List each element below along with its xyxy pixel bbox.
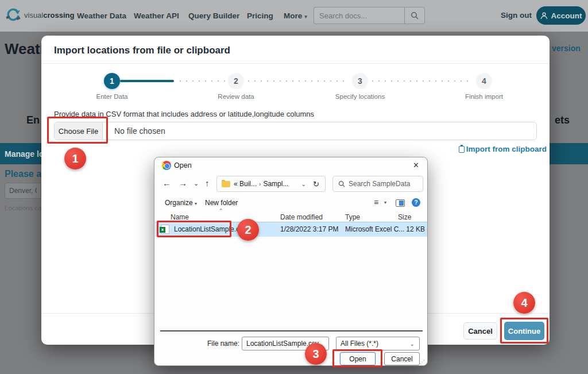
location-input[interactable] (5, 183, 41, 199)
no-file-chosen-text: No file chosen (114, 126, 165, 136)
section-heading-fragment-right: ets (555, 114, 570, 126)
manage-locations-bar: Manage lo (0, 143, 41, 164)
file-type-combobox[interactable]: All Files (*.*) ⌄ (336, 337, 420, 350)
dialog-search (332, 176, 423, 192)
visualcrossing-logo-icon (6, 7, 21, 22)
manage-locations-label: Manage lo (0, 149, 44, 159)
breadcrumb-current[interactable]: Sampl... (263, 180, 288, 188)
section-heading-fragment-left: En (26, 114, 40, 126)
please-add-fragment: Please ad (5, 169, 47, 179)
dialog-search-input[interactable] (349, 180, 417, 188)
stepper-dotted-line-2 (248, 80, 349, 82)
file-type-cell: Microsoft Excel C... (345, 225, 404, 233)
logo[interactable]: visualcrossing (6, 7, 74, 22)
clipboard-icon (459, 146, 465, 153)
up-icon[interactable]: ↑ (205, 178, 210, 188)
column-header-size[interactable]: Size (398, 213, 411, 221)
folder-icon (222, 181, 230, 187)
nav-query-builder[interactable]: Query Builder (188, 11, 239, 20)
column-header-date[interactable]: Date modified (280, 213, 323, 221)
file-list-row[interactable]: LocationListSample.csv 1/28/2022 3:17 PM… (155, 222, 427, 237)
organize-menu[interactable]: Organize ▾ (165, 199, 197, 207)
modal-continue-button[interactable]: Continue (504, 322, 544, 340)
docs-search-button[interactable] (404, 7, 425, 24)
chevron-down-icon: ▾ (304, 14, 307, 20)
address-bar[interactable]: « Buil... › Sampl... ⌄ ↻ (216, 176, 326, 192)
step-1-label: Enter Data (78, 93, 146, 100)
file-date-cell: 1/28/2022 3:17 PM (280, 225, 338, 233)
choose-file-button[interactable]: Choose File (55, 122, 103, 140)
breadcrumb-parent[interactable]: « Buil... (234, 180, 257, 188)
top-navbar: visualcrossing Weather Data Weather API … (0, 0, 588, 32)
sign-out-link[interactable]: Sign out (501, 11, 532, 20)
import-from-clipboard-link[interactable]: Import from clipboard (459, 145, 547, 153)
dialog-open-button[interactable]: Open (340, 352, 376, 365)
close-icon[interactable]: ✕ (413, 161, 419, 169)
windows-open-dialog: Open ✕ ← → ⌄ ↑ « Buil... › Sampl... ⌄ ↻ … (154, 157, 428, 366)
view-list-icon[interactable]: ≡ (374, 198, 378, 207)
search-icon (411, 11, 419, 20)
csv-instruction-text: Provide data in CSV format that includes… (54, 110, 314, 118)
docs-search-input[interactable] (314, 7, 404, 24)
step-2-label: Review data (202, 93, 270, 100)
modal-title-divider (41, 63, 550, 64)
logo-text: visualcrossing (24, 11, 74, 20)
breadcrumb-separator: › (259, 181, 261, 187)
modal-cancel-button[interactable]: Cancel (463, 322, 497, 340)
step-4-label: Finish import (450, 93, 519, 100)
annotation-circle-2: 2 (237, 219, 259, 241)
chevron-down-icon: ⌄ (410, 341, 415, 347)
chevron-down-icon: ▾ (195, 201, 197, 206)
preview-pane-icon[interactable] (396, 199, 405, 207)
back-icon[interactable]: ← (163, 178, 171, 188)
chevron-down-icon[interactable]: ⌄ (194, 180, 199, 187)
person-icon (540, 12, 548, 20)
file-name-label: File name: (203, 340, 239, 348)
column-header-name[interactable]: Name (171, 213, 189, 221)
docs-search (314, 7, 425, 24)
resize-grip-icon[interactable]: ⋰ (420, 359, 425, 365)
file-input[interactable]: Choose File No file chosen (54, 122, 537, 140)
modal-title: Import locations from file or clipboard (54, 45, 230, 56)
stepper-dotted-line-1 (180, 80, 226, 82)
annotation-circle-1: 1 (64, 148, 86, 169)
stepper-progress-line (120, 80, 174, 82)
manage-locations-bar-right (550, 143, 588, 164)
annotation-circle-3: 3 (305, 343, 327, 365)
version-link-fragment: version (552, 44, 581, 53)
help-icon[interactable]: ? (412, 198, 420, 207)
nav-weather-api[interactable]: Weather API (134, 11, 179, 20)
list-footer-divider (160, 330, 423, 331)
account-button[interactable]: Account (536, 6, 586, 25)
new-folder-button[interactable]: New folder (205, 199, 238, 207)
nav-weather-data[interactable]: Weather Data (77, 11, 126, 20)
locations-note-fragment: Locations car (5, 205, 44, 211)
nav-more[interactable]: More▾ (284, 11, 307, 20)
sort-ascending-icon: ⌃ (219, 208, 223, 214)
address-dropdown-icon[interactable]: ⌄ (301, 181, 306, 187)
search-icon (338, 180, 345, 187)
step-1-circle: 1 (104, 73, 120, 89)
nav-pricing[interactable]: Pricing (247, 11, 273, 20)
dialog-cancel-button[interactable]: Cancel (384, 352, 420, 365)
step-4-circle: 4 (476, 73, 492, 89)
step-3-circle: 3 (352, 73, 368, 89)
column-header-type[interactable]: Type (345, 213, 360, 221)
step-2-circle: 2 (228, 73, 244, 89)
step-3-label: Specify locations (326, 93, 394, 100)
refresh-icon[interactable]: ↻ (313, 180, 319, 188)
chrome-icon (162, 161, 171, 170)
file-size-cell: 12 KB (402, 225, 425, 233)
excel-csv-icon (161, 225, 169, 234)
forward-icon[interactable]: → (179, 178, 187, 188)
dialog-title: Open (174, 161, 192, 169)
view-dropdown-icon[interactable]: ▾ (384, 200, 386, 205)
stepper-dotted-line-3 (372, 80, 473, 82)
annotation-circle-4: 4 (513, 292, 535, 314)
file-name-cell[interactable]: LocationListSample.csv (174, 225, 246, 233)
